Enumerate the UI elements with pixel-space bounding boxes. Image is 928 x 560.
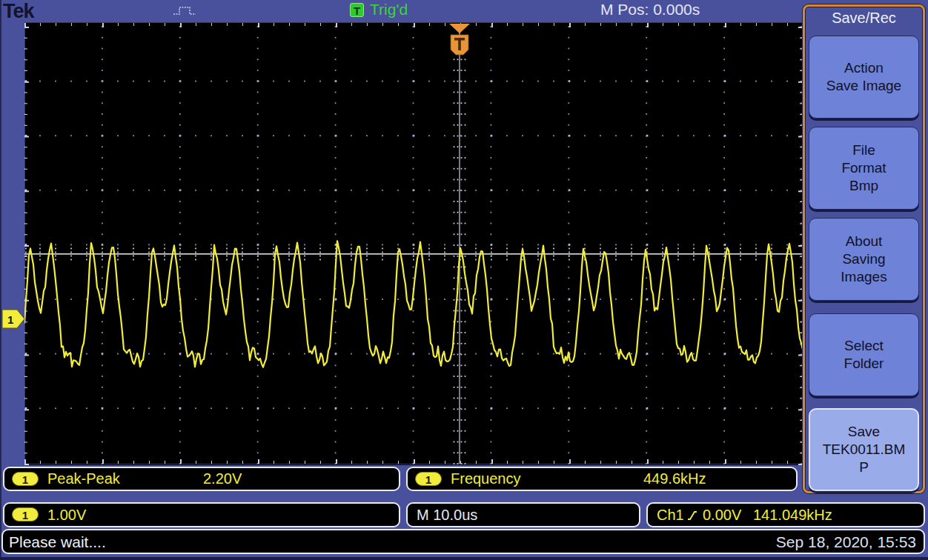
- menu-button-action[interactable]: Action Save Image: [809, 36, 919, 119]
- side-menu: Save/Rec Action Save Image File Format B…: [803, 4, 925, 493]
- channel-badge: 1: [415, 472, 442, 486]
- trigger-slope-icon: [687, 510, 698, 522]
- channel-badge: 1: [12, 472, 39, 486]
- trigger-level: 0.00V: [703, 507, 741, 524]
- measurement-value: 449.6kHz: [643, 470, 706, 487]
- menu-button-select-folder[interactable]: Select Folder: [809, 313, 919, 396]
- menu-button-about-saving-label: About Saving Images: [841, 233, 886, 285]
- datetime-readout: Sep 18, 2020, 15:53: [776, 533, 916, 551]
- measurement-value: 2.20V: [203, 470, 242, 487]
- menu-button-file-format[interactable]: File Format Bmp: [809, 127, 919, 210]
- trigger-source: Ch1: [657, 507, 684, 524]
- measurement-box-peak-peak: 1 Peak-Peak 2.20V: [3, 467, 400, 491]
- menu-button-file-format-label: File Format Bmp: [841, 141, 886, 194]
- bottom-divider: [0, 557, 928, 560]
- ch1-scale-value: 1.00V: [47, 507, 86, 524]
- menu-button-action-label: Action Save Image: [826, 59, 901, 95]
- menu-button-save-file[interactable]: Save TEK0011.BM P: [809, 408, 919, 491]
- channel-badge: 1: [12, 507, 39, 521]
- top-status-bar: Tek T Trig'd M Pos: 0.000s: [0, 0, 928, 22]
- scope-display: [24, 22, 803, 465]
- menu-button-about-saving[interactable]: About Saving Images: [809, 218, 919, 301]
- m-pos-readout: M Pos: 0.000s: [600, 1, 700, 19]
- ch1-marker-label: 1: [7, 313, 13, 326]
- timebase-readout: M 10.0us: [406, 502, 640, 527]
- brand-logo: Tek: [3, 0, 34, 23]
- trigger-readout: Ch1 0.00V 141.049kHz: [646, 502, 925, 527]
- ch1-scale-readout: 1 1.00V: [3, 502, 400, 527]
- graticule-and-waveform: [24, 22, 803, 465]
- timebase-value: M 10.0us: [417, 507, 477, 524]
- menu-button-save-file-label: Save TEK0011.BM P: [823, 423, 906, 476]
- pulse-icon: [173, 4, 199, 17]
- trigger-status-icon: T: [350, 3, 364, 17]
- status-bar: Please wait.... Sep 18, 2020, 15:53: [1, 529, 925, 554]
- measurement-name: Peak-Peak: [47, 470, 120, 487]
- ch1-ground-marker: 1: [1, 309, 26, 330]
- side-menu-title: Save/Rec: [805, 10, 923, 27]
- status-message: Please wait....: [9, 533, 106, 551]
- measurement-box-frequency: 1 Frequency 449.6kHz: [406, 467, 798, 491]
- menu-button-select-folder-label: Select Folder: [844, 337, 884, 373]
- measurement-name: Frequency: [451, 470, 521, 487]
- trigger-status-label: Trig'd: [370, 1, 408, 19]
- screen-edge: [0, 0, 1, 560]
- trigger-frequency-readout: 141.049kHz: [753, 507, 832, 524]
